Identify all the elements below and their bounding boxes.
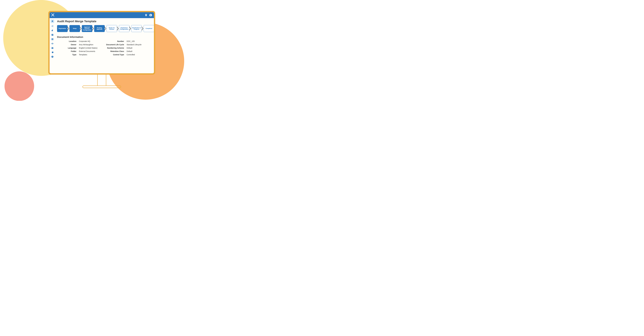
svg-point-3 <box>53 25 53 26</box>
workflow-step[interactable]: Ready for Release <box>106 25 117 32</box>
info-value: Default <box>126 50 147 52</box>
app-header <box>50 12 154 18</box>
header-actions <box>145 14 152 16</box>
decorative-circle-pink <box>4 71 34 101</box>
workflow-step[interactable]: Distribution In Progress <box>131 25 142 32</box>
workflow-step[interactable]: Approval Process Configuration <box>82 25 92 32</box>
info-label: Owner <box>61 44 76 46</box>
svg-point-20 <box>52 48 52 49</box>
info-label: Type <box>61 54 76 56</box>
svg-point-1 <box>150 14 151 15</box>
svg-point-24 <box>52 57 52 57</box>
info-value: Amy McNaughton <box>79 44 101 46</box>
svg-point-2 <box>52 26 52 26</box>
info-label: Language <box>61 47 76 49</box>
info-label: Location <box>61 40 76 42</box>
svg-rect-6 <box>52 38 52 39</box>
chevron-right-icon <box>105 25 106 32</box>
main-content: Audit Report Merge Template Registration… <box>55 18 154 73</box>
info-value: Standard Lifecycle <box>126 44 147 46</box>
info-label: Retention Class <box>102 50 124 52</box>
app-body: Audit Report Merge Template Registration… <box>50 18 154 73</box>
info-value: Templates <box>79 54 101 56</box>
gear-icon[interactable] <box>51 51 54 54</box>
share-icon[interactable] <box>51 25 54 27</box>
info-value: Corporate HQ <box>79 40 101 42</box>
info-label: Numbering Scheme <box>102 47 124 49</box>
info-value: DOC_105 <box>126 40 147 42</box>
svg-point-22 <box>53 48 53 49</box>
monitor-illustration: Audit Report Merge Template Registration… <box>48 11 155 88</box>
workflow-step[interactable]: Completed <box>144 25 154 32</box>
check-square-icon[interactable] <box>51 33 54 36</box>
info-label: Number <box>102 40 124 42</box>
svg-rect-7 <box>52 38 53 39</box>
monitor-frame: Audit Report Merge Template Registration… <box>48 11 155 75</box>
monitor-stand <box>97 74 106 86</box>
svg-point-19 <box>53 48 53 48</box>
info-label: Control Type <box>102 54 124 56</box>
chevron-right-icon <box>80 25 82 32</box>
info-value: English (United States) <box>79 47 101 49</box>
info-value: Controlled <box>126 54 147 56</box>
help-icon[interactable] <box>51 55 54 58</box>
svg-rect-9 <box>52 39 53 40</box>
svg-point-10 <box>52 43 53 44</box>
svg-point-4 <box>53 26 53 27</box>
doc-info-col-1: LocationCorporate HQOwnerAmy McNaughtonL… <box>61 40 101 56</box>
app-logo-icon <box>52 13 54 17</box>
svg-rect-8 <box>52 39 52 40</box>
doc-info-col-2: NumberDOC_105Document Life CycleStandard… <box>102 40 147 56</box>
svg-point-17 <box>52 48 52 48</box>
page-title: Audit Report Merge Template <box>57 20 151 23</box>
monitor-base <box>82 86 121 88</box>
svg-point-18 <box>52 48 52 48</box>
chevron-right-icon <box>130 25 131 32</box>
chevron-right-icon <box>117 25 119 32</box>
info-label: Document Life Cycle <box>102 44 124 46</box>
chevron-right-icon <box>68 25 70 32</box>
section-title: Document Information <box>57 36 151 38</box>
workflow-steps: RegistrationSetupApproval Process Config… <box>57 25 151 32</box>
pin-icon[interactable] <box>51 29 54 32</box>
chevron-right-icon <box>92 25 94 32</box>
home-icon[interactable] <box>50 19 54 23</box>
grid-icon[interactable] <box>51 38 54 40</box>
user-account-icon[interactable] <box>149 14 152 16</box>
app-screen: Audit Report Merge Template Registration… <box>50 12 154 73</box>
info-value: Default <box>126 47 147 49</box>
chevron-right-icon <box>142 25 144 32</box>
sidebar-nav <box>50 18 55 73</box>
workflow-step[interactable]: Pending Approval <box>94 25 105 32</box>
info-label: Folder <box>61 50 76 52</box>
workflow-step[interactable]: Distribution Configuration <box>119 25 130 32</box>
workflow-step[interactable]: Setup <box>70 25 80 32</box>
calendar-icon[interactable] <box>51 47 54 49</box>
eye-icon[interactable] <box>51 42 54 45</box>
workflow-step[interactable]: Registration <box>57 25 68 32</box>
info-value: External Documents <box>79 50 101 52</box>
doc-info-grid: LocationCorporate HQOwnerAmy McNaughtonL… <box>57 40 151 56</box>
location-pin-icon[interactable] <box>145 14 148 16</box>
svg-point-21 <box>52 48 52 49</box>
